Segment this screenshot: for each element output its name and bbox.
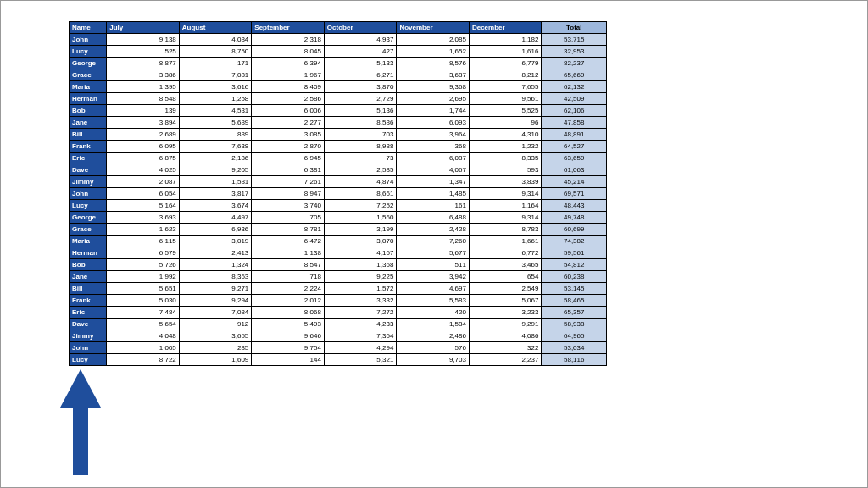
value-cell: 8,212 — [469, 69, 542, 81]
value-cell: 6,772 — [469, 247, 542, 259]
value-cell: 1,992 — [107, 271, 180, 283]
value-cell: 8,045 — [252, 46, 325, 58]
value-cell: 8,877 — [107, 58, 180, 69]
value-cell: 8,722 — [107, 354, 180, 366]
value-cell: 7,081 — [179, 69, 252, 81]
name-cell: George — [70, 58, 107, 69]
value-cell: 2,318 — [252, 34, 325, 46]
total-cell: 61,063 — [542, 164, 607, 176]
value-cell: 1,347 — [397, 176, 470, 188]
value-cell: 2,237 — [469, 354, 542, 366]
value-cell: 5,030 — [107, 295, 180, 307]
value-cell: 8,576 — [397, 58, 470, 69]
total-cell: 65,669 — [542, 69, 607, 81]
value-cell: 4,294 — [324, 342, 397, 354]
value-cell: 139 — [107, 105, 180, 117]
value-cell: 3,386 — [107, 69, 180, 81]
value-cell: 6,394 — [252, 58, 325, 69]
value-cell: 1,232 — [469, 141, 542, 152]
value-cell: 285 — [179, 342, 252, 354]
value-cell: 1,661 — [469, 236, 542, 247]
table-row: George8,8771716,3945,1338,5766,77982,237 — [70, 58, 607, 69]
table-header: NameJulyAugustSeptemberOctoberNovemberDe… — [70, 22, 607, 34]
value-cell: 5,136 — [324, 105, 397, 117]
name-cell: Maria — [70, 236, 107, 247]
value-cell: 3,085 — [252, 129, 325, 141]
total-cell: 45,214 — [542, 176, 607, 188]
name-cell: George — [70, 212, 107, 224]
value-cell: 6,271 — [324, 69, 397, 81]
total-cell: 49,748 — [542, 212, 607, 224]
total-cell: 48,891 — [542, 129, 607, 141]
name-cell: Grace — [70, 224, 107, 236]
value-cell: 3,942 — [397, 271, 470, 283]
value-cell: 889 — [179, 129, 252, 141]
total-cell: 62,132 — [542, 81, 607, 93]
value-cell: 1,623 — [107, 224, 180, 236]
value-cell: 9,368 — [397, 81, 470, 93]
value-cell: 2,585 — [324, 164, 397, 176]
value-cell: 3,465 — [469, 259, 542, 271]
value-cell: 6,579 — [107, 247, 180, 259]
name-cell: Frank — [70, 295, 107, 307]
table-row: Bob5,7261,3248,5471,3685113,46554,812 — [70, 259, 607, 271]
value-cell: 2,689 — [107, 129, 180, 141]
col-header: October — [324, 22, 397, 34]
value-cell: 705 — [252, 212, 325, 224]
col-header: Name — [70, 22, 107, 34]
value-cell: 4,048 — [107, 330, 180, 342]
value-cell: 8,586 — [324, 117, 397, 129]
name-cell: John — [70, 342, 107, 354]
value-cell: 8,781 — [252, 224, 325, 236]
col-header: July — [107, 22, 180, 34]
value-cell: 8,335 — [469, 152, 542, 164]
value-cell: 7,638 — [179, 141, 252, 152]
value-cell: 2,870 — [252, 141, 325, 152]
value-cell: 525 — [107, 46, 180, 58]
table-row: Maria6,1153,0196,4723,0707,2601,66174,38… — [70, 236, 607, 247]
value-cell: 1,744 — [397, 105, 470, 117]
value-cell: 3,070 — [324, 236, 397, 247]
value-cell: 593 — [469, 164, 542, 176]
value-cell: 4,874 — [324, 176, 397, 188]
name-cell: John — [70, 188, 107, 200]
value-cell: 7,655 — [469, 81, 542, 93]
name-cell: Maria — [70, 81, 107, 93]
up-arrow-icon — [60, 369, 101, 475]
value-cell: 5,689 — [179, 117, 252, 129]
name-cell: Bob — [70, 105, 107, 117]
total-cell: 58,465 — [542, 295, 607, 307]
value-cell: 1,324 — [179, 259, 252, 271]
value-cell: 2,695 — [397, 93, 470, 105]
value-cell: 1,164 — [469, 200, 542, 212]
value-cell: 4,067 — [397, 164, 470, 176]
value-cell: 7,484 — [107, 307, 180, 319]
value-cell: 2,012 — [252, 295, 325, 307]
value-cell: 9,294 — [179, 295, 252, 307]
total-cell: 82,237 — [542, 58, 607, 69]
value-cell: 8,068 — [252, 307, 325, 319]
total-cell: 64,965 — [542, 330, 607, 342]
value-cell: 2,087 — [107, 176, 180, 188]
value-cell: 6,006 — [252, 105, 325, 117]
value-cell: 912 — [179, 319, 252, 330]
table-row: Lucy5258,7508,0454271,6521,61632,953 — [70, 46, 607, 58]
total-cell: 63,659 — [542, 152, 607, 164]
table-row: Frank5,0309,2942,0123,3325,5835,06758,46… — [70, 295, 607, 307]
total-cell: 48,443 — [542, 200, 607, 212]
value-cell: 9,561 — [469, 93, 542, 105]
value-cell: 9,314 — [469, 188, 542, 200]
total-cell: 47,858 — [542, 117, 607, 129]
name-cell: Eric — [70, 307, 107, 319]
value-cell: 1,652 — [397, 46, 470, 58]
table-row: Eric6,8752,1866,945736,0878,33563,659 — [70, 152, 607, 164]
value-cell: 6,093 — [397, 117, 470, 129]
col-header: December — [469, 22, 542, 34]
value-cell: 8,947 — [252, 188, 325, 200]
value-cell: 8,783 — [469, 224, 542, 236]
value-cell: 7,260 — [397, 236, 470, 247]
value-cell: 3,839 — [469, 176, 542, 188]
value-cell: 6,779 — [469, 58, 542, 69]
value-cell: 1,258 — [179, 93, 252, 105]
value-cell: 7,084 — [179, 307, 252, 319]
